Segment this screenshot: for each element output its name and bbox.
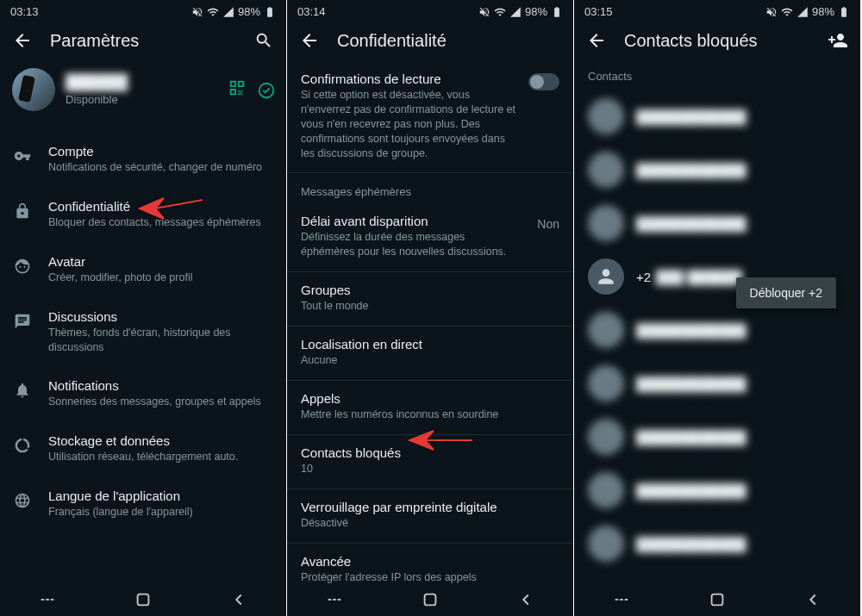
- contact-avatar: [588, 205, 624, 241]
- contact-number: ████████████: [636, 109, 746, 124]
- status-battery: 98%: [812, 5, 834, 18]
- battery-icon: [551, 6, 563, 18]
- contact-number: ████████████: [636, 163, 746, 177]
- profile-status: Disponible: [66, 93, 217, 106]
- contact-item[interactable]: ████████████: [574, 357, 860, 410]
- face-icon: [12, 256, 33, 277]
- signal-icon: [796, 6, 809, 18]
- status-bar: 03:15 98%: [574, 0, 860, 22]
- contact-avatar: [588, 365, 624, 401]
- status-icons: 98%: [765, 5, 850, 18]
- verified-icon: [257, 81, 274, 98]
- signal-icon: [222, 6, 234, 18]
- contact-number: ████████████: [636, 323, 746, 338]
- status-time: 03:14: [297, 5, 326, 18]
- nav-bar: [0, 583, 286, 616]
- contact-number: ████████████: [636, 483, 746, 498]
- screen-confidentialite: 03:14 98% Confidentialité Confirmations …: [287, 0, 574, 616]
- setting-langue[interactable]: Langue de l'applicationFrançais (langue …: [0, 478, 286, 533]
- contact-avatar: [588, 152, 624, 188]
- add-contact-button[interactable]: [828, 30, 848, 51]
- globe-icon: [12, 490, 33, 511]
- setting-avatar[interactable]: AvatarCréer, modifier, photo de profil: [0, 244, 286, 299]
- contact-item[interactable]: ████████████: [574, 90, 860, 143]
- setting-stockage[interactable]: Stockage et donnéesUtilisation réseau, t…: [0, 423, 286, 478]
- nav-bar: [574, 583, 860, 616]
- nav-home-icon[interactable]: [421, 590, 440, 609]
- contact-item[interactable]: ████████████: [574, 143, 860, 196]
- setting-discussions[interactable]: DiscussionsThèmes, fonds d'écran, histor…: [0, 299, 286, 369]
- status-icons: 98%: [191, 5, 276, 18]
- nav-back-icon[interactable]: [229, 590, 248, 609]
- read-receipts-toggle[interactable]: [528, 73, 559, 90]
- contact-avatar-default: [588, 258, 624, 295]
- app-bar: Paramètres: [0, 22, 286, 61]
- status-battery: 98%: [238, 5, 260, 18]
- status-icons: 98%: [478, 5, 563, 18]
- contact-item[interactable]: ████████████: [574, 464, 860, 517]
- bell-icon: [12, 380, 33, 401]
- contact-item[interactable]: ████████████: [574, 196, 860, 250]
- contact-number: ████████████: [636, 430, 746, 445]
- setting-notifications[interactable]: NotificationsSonneries des messages, gro…: [0, 368, 286, 423]
- mute-icon: [191, 6, 203, 18]
- contact-number: ████████████: [636, 216, 746, 231]
- contact-number: ████████████: [636, 376, 746, 391]
- groups-item[interactable]: Groupes Tout le monde: [287, 272, 573, 327]
- svg-rect-8: [425, 594, 436, 606]
- setting-compte[interactable]: CompteNotifications de sécurité, changer…: [0, 134, 286, 189]
- nav-home-icon[interactable]: [134, 590, 153, 609]
- nav-recents-icon[interactable]: [325, 590, 344, 609]
- wifi-icon: [494, 6, 506, 18]
- contact-number-visible: +2███ ██████: [636, 270, 742, 284]
- profile-row[interactable]: ██████ Disponible: [0, 61, 286, 127]
- page-title: Contacts bloqués: [624, 31, 810, 51]
- status-bar: 03:13 98%: [0, 0, 286, 22]
- nav-recents-icon[interactable]: [612, 590, 631, 609]
- ephemeral-section-header: Messages éphémères: [287, 173, 573, 203]
- contact-avatar: [588, 526, 624, 562]
- calls-item[interactable]: Appels Mettre les numéros inconnus en so…: [287, 381, 573, 435]
- disappearing-item[interactable]: Délai avant disparition Définissez la du…: [287, 203, 573, 272]
- status-time: 03:13: [10, 5, 39, 18]
- contact-avatar: [588, 419, 624, 455]
- disappearing-value: Non: [537, 217, 559, 231]
- contact-item[interactable]: ████████████: [574, 303, 860, 357]
- signal-icon: [509, 6, 522, 18]
- key-icon: [12, 146, 33, 166]
- nav-back-icon[interactable]: [516, 590, 535, 609]
- wifi-icon: [207, 6, 219, 18]
- back-button[interactable]: [12, 30, 33, 51]
- status-battery: 98%: [525, 5, 547, 18]
- qr-icon[interactable]: [228, 78, 247, 102]
- app-bar: Confidentialité: [287, 22, 573, 61]
- screen-settings: 03:13 98% Paramètres ██████ Disponible: [0, 0, 287, 616]
- contacts-header: Contacts: [574, 61, 860, 90]
- page-title: Paramètres: [50, 31, 236, 51]
- blocked-contacts-item[interactable]: Contacts bloqués 10: [287, 435, 573, 489]
- nav-bar: [287, 583, 573, 616]
- setting-confidentialite[interactable]: ConfidentialitéBloquer des contacts, mes…: [0, 189, 286, 244]
- contact-item[interactable]: ████████████: [574, 517, 860, 570]
- unblock-tooltip[interactable]: Débloquer +2: [736, 277, 836, 308]
- svg-rect-4: [138, 594, 149, 606]
- contact-number: ████████████: [636, 537, 746, 551]
- contacts-list: ████████████ ████████████ ████████████ +…: [574, 90, 860, 570]
- battery-icon: [838, 6, 850, 18]
- settings-list: CompteNotifications de sécurité, changer…: [0, 127, 286, 533]
- mute-icon: [478, 6, 490, 18]
- contact-item[interactable]: ████████████: [574, 410, 860, 464]
- status-time: 03:15: [584, 5, 613, 18]
- read-receipts-item[interactable]: Confirmations de lecture Si cette option…: [287, 61, 573, 173]
- fingerprint-item[interactable]: Verrouillage par empreinte digitale Désa…: [287, 489, 573, 544]
- profile-avatar: [12, 68, 55, 111]
- nav-home-icon[interactable]: [708, 590, 727, 609]
- app-bar: Contacts bloqués: [574, 22, 860, 61]
- back-button[interactable]: [299, 30, 320, 51]
- back-button[interactable]: [586, 30, 607, 51]
- page-title: Confidentialité: [337, 31, 561, 51]
- nav-recents-icon[interactable]: [38, 590, 57, 609]
- nav-back-icon[interactable]: [803, 590, 822, 609]
- search-button[interactable]: [253, 30, 274, 51]
- live-location-item[interactable]: Localisation en direct Aucune: [287, 327, 573, 381]
